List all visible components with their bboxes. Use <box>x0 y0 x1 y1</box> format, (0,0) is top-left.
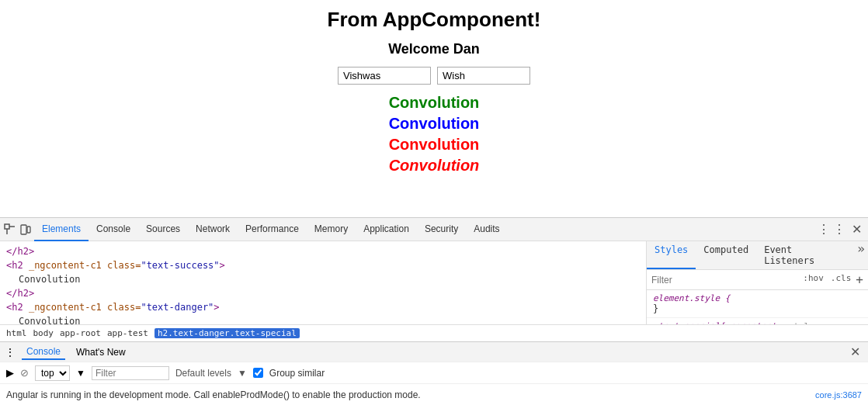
selected-breadcrumb: html body app-root app-test h2.text-dang… <box>0 324 868 341</box>
styles-tab-computed[interactable]: Computed <box>696 241 756 269</box>
tab-elements[interactable]: Elements <box>34 218 89 241</box>
group-similar-checkbox[interactable] <box>253 368 263 378</box>
tab-memory[interactable]: Memory <box>307 218 356 241</box>
console-tab-whats-new[interactable]: What's New <box>71 345 130 359</box>
tab-network[interactable]: Network <box>188 218 238 241</box>
svg-rect-0 <box>5 224 9 229</box>
hov-filter-button[interactable]: :hov <box>800 272 826 287</box>
styles-tab-event-listeners[interactable]: Event Listeners <box>756 241 854 269</box>
console-play-icon[interactable]: ▶ <box>6 367 14 379</box>
devtools-toolbar-right: ⋮ ⋮ ✕ <box>818 222 865 237</box>
main-title: From AppComponent! <box>328 8 541 32</box>
input-vishwas[interactable] <box>338 67 431 85</box>
convolution-2: Convolution <box>389 115 480 133</box>
breadcrumb-selected-element[interactable]: h2.text-danger.text-special <box>155 328 300 338</box>
default-levels-label[interactable]: Default levels <box>175 368 231 379</box>
html-line: Convolution <box>6 314 640 324</box>
breadcrumb-app-test[interactable]: app-test <box>107 328 148 338</box>
convolution-4: Convolution <box>389 157 480 175</box>
convolution-1: Convolution <box>389 94 480 112</box>
more-tabs-icon[interactable]: ⋮ <box>818 222 830 237</box>
tab-application[interactable]: Application <box>356 218 417 241</box>
svg-rect-4 <box>27 227 30 233</box>
styles-tabs: Styles Computed Event Listeners » <box>647 241 868 270</box>
styles-tab-styles[interactable]: Styles <box>647 241 696 269</box>
devtools-main: </h2> <h2 _ngcontent-c1 class="text-succ… <box>0 241 868 324</box>
inspect-element-icon[interactable] <box>3 223 17 237</box>
cls-filter-button[interactable]: .cls <box>828 272 854 287</box>
styles-panel: Styles Computed Event Listeners » :hov .… <box>647 241 868 324</box>
html-line: </h2> <box>6 244 640 258</box>
console-input-area: ▶ ⊘ top ▼ Default levels ▼ Group similar <box>0 362 868 383</box>
styles-filter: :hov .cls + <box>647 270 868 290</box>
tab-console[interactable]: Console <box>89 218 138 241</box>
tab-security[interactable]: Security <box>417 218 466 241</box>
svg-rect-3 <box>21 225 26 234</box>
console-message-area: Angular is running in the development mo… <box>0 383 868 405</box>
tab-audits[interactable]: Audits <box>466 218 507 241</box>
tab-sources[interactable]: Sources <box>138 218 188 241</box>
styles-more-icon[interactable]: » <box>854 241 868 269</box>
close-console-button[interactable]: ✕ <box>847 344 863 359</box>
breadcrumb-app-root[interactable]: app-root <box>60 328 101 338</box>
close-devtools-button[interactable]: ✕ <box>849 222 865 237</box>
html-line: </h2> <box>6 286 640 300</box>
input-row <box>338 67 530 85</box>
convolution-3: Convolution <box>389 136 480 154</box>
console-tab-console[interactable]: Console <box>22 344 65 360</box>
console-context-selector[interactable]: top <box>35 365 70 381</box>
welcome-text: Welcome Dan <box>388 41 480 57</box>
breadcrumb-html[interactable]: html <box>6 328 27 338</box>
devtools-tabs: Elements Console Sources Network Perform… <box>34 218 818 241</box>
group-similar-label: Group similar <box>269 368 325 379</box>
tab-performance[interactable]: Performance <box>238 218 307 241</box>
styles-filter-buttons: :hov .cls + <box>800 272 863 287</box>
style-rule-element: element.style { } <box>647 290 868 318</box>
settings-icon[interactable]: ⋮ <box>833 222 845 237</box>
html-line: <h2 _ngcontent-c1 class="text-danger"> <box>6 300 640 314</box>
style-rule-text-special: .text-special[_ngcontent-c1] { <style>..… <box>647 318 868 324</box>
add-style-button[interactable]: + <box>856 272 863 287</box>
device-toolbar-icon[interactable] <box>19 223 33 237</box>
core-js-source-link[interactable]: core.js:3687 <box>815 390 862 400</box>
console-filter-input[interactable] <box>92 366 169 380</box>
html-line: <h2 _ngcontent-c1 class="text-success"> <box>6 258 640 272</box>
main-content: From AppComponent! Welcome Dan Convoluti… <box>0 0 868 217</box>
console-bar: ⋮ Console What's New ✕ <box>0 341 868 362</box>
console-stop-icon[interactable]: ⊘ <box>20 367 29 379</box>
devtools-panel: Elements Console Sources Network Perform… <box>0 217 868 405</box>
console-message-text: Angular is running in the development mo… <box>6 389 421 400</box>
console-menu-icon[interactable]: ⋮ <box>5 346 16 358</box>
input-wish[interactable] <box>437 67 530 85</box>
html-panel: </h2> <h2 _ngcontent-c1 class="text-succ… <box>0 241 647 324</box>
html-line: Convolution <box>6 272 640 286</box>
breadcrumb-body[interactable]: body <box>33 328 54 338</box>
styles-filter-input[interactable] <box>651 275 800 286</box>
devtools-toolbar: Elements Console Sources Network Perform… <box>0 218 868 241</box>
